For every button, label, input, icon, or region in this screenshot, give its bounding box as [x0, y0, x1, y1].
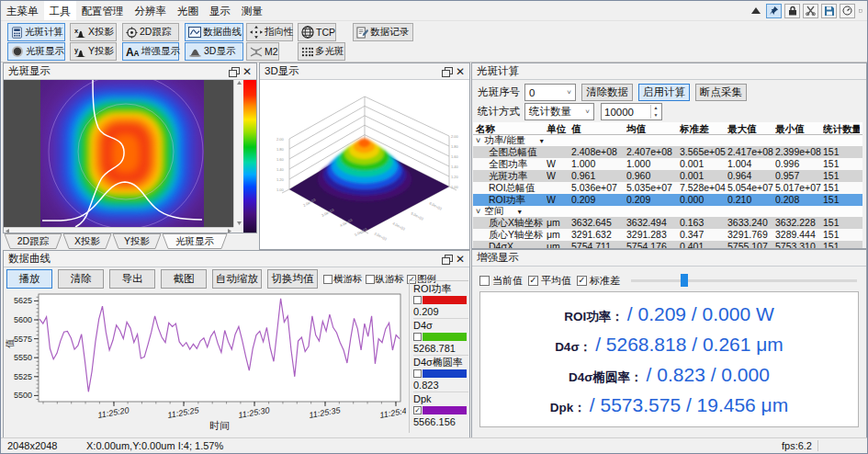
close-icon[interactable]: ✕ — [456, 255, 465, 264]
curve-button[interactable]: 截图 — [161, 269, 207, 289]
menu-item[interactable]: 测量 — [236, 1, 268, 20]
spot-index-label: 光斑序号 — [478, 85, 520, 99]
data-curve-chart[interactable]: 55005525555055755600562511:25:2011:25:25… — [4, 291, 406, 438]
status-bar: 2048x2048 X:0.00um,Y:0.00um I:4; 1.57% f… — [1, 437, 867, 453]
menu-item[interactable]: 分辨率 — [130, 1, 173, 20]
svg-text:5575: 5575 — [14, 335, 32, 344]
clear-data-button[interactable]: 清除数据 — [581, 84, 633, 101]
curve-button[interactable]: 播放 — [6, 269, 52, 289]
curve-button[interactable]: 切换均值 — [267, 269, 318, 289]
pin-icon[interactable] — [766, 4, 782, 18]
stat-mode-select[interactable]: 统计数量˅ — [524, 103, 594, 120]
float-icon[interactable] — [442, 67, 451, 75]
svg-text:4.0e+03: 4.0e+03 — [392, 221, 407, 232]
calc-panel-title: 光斑计算 — [477, 63, 519, 79]
toolbar-button[interactable]: xX投影 — [70, 23, 117, 41]
font-enhance-icon: AA — [126, 46, 140, 57]
beam-overlay — [40, 80, 204, 227]
beam-horizontal-scrollbar[interactable] — [4, 227, 233, 233]
legend-item[interactable]: D4σ椭圆率0.823 — [413, 357, 468, 392]
svg-text:11:25:25: 11:25:25 — [167, 405, 201, 420]
table-row[interactable]: 质心X轴坐标μm3632.6453632.4940.1633633.240363… — [473, 217, 862, 229]
spot-index-select[interactable]: 0˅ — [524, 84, 576, 101]
svg-text:光斑显示: 光斑显示 — [175, 235, 215, 246]
window-controls — [748, 1, 867, 20]
menu-item[interactable]: 显示 — [204, 1, 236, 20]
table-group-row[interactable]: ˅功率/能量▼ — [473, 135, 862, 146]
menu-item[interactable]: 主菜单 — [1, 1, 44, 20]
lock-icon[interactable] — [784, 4, 800, 18]
table-row[interactable]: 全图总幅值2.408e+082.407e+083.565e+052.417e+0… — [473, 146, 862, 158]
table-group-row[interactable]: ˅空间▼ — [473, 206, 862, 217]
track-2d-icon — [126, 27, 138, 39]
toolbar-button[interactable]: 数据记录 — [353, 23, 413, 41]
close-icon[interactable]: ✕ — [242, 67, 252, 76]
gauge-icon[interactable] — [840, 4, 855, 18]
enhance-size-slider[interactable] — [631, 274, 857, 287]
curve-button[interactable]: 导出 — [109, 269, 155, 289]
toolbar-button[interactable]: 光斑显示 — [7, 42, 65, 61]
svg-text:5500: 5500 — [14, 391, 32, 400]
toolbar-button[interactable]: TCP — [298, 23, 336, 41]
toolbar-button[interactable]: 2D跟踪 — [122, 23, 179, 41]
float-icon[interactable] — [229, 67, 238, 75]
menu-item[interactable]: 光圈 — [172, 1, 204, 20]
save-icon[interactable] — [821, 4, 837, 18]
legend-item[interactable]: Dpk✓5566.156 — [413, 393, 468, 428]
curve-panel-title: 数据曲线 — [8, 251, 51, 267]
toolbar-button[interactable]: 3D显示 — [185, 42, 243, 61]
toolbar-button[interactable]: yY投影 — [70, 42, 117, 61]
enhance-checkbox-标准差[interactable]: ✓标准差 — [577, 274, 620, 288]
more-icon[interactable] — [858, 4, 863, 18]
enhance-values-box: ROI功率：/ 0.209 / 0.000 WD4σ：/ 5268.818 / … — [479, 291, 859, 427]
beam-2d-image — [40, 80, 204, 227]
scissors-icon[interactable] — [803, 4, 818, 18]
table-row[interactable]: 光斑功率W0.9610.9600.0010.9640.957151 — [473, 170, 862, 182]
enable-calc-button[interactable]: 启用计算 — [638, 84, 690, 101]
enhance-checkbox-平均值[interactable]: ✓平均值 — [528, 274, 571, 288]
toolbar-button[interactable]: 指向性 — [246, 23, 293, 41]
svg-text:3.0e+03: 3.0e+03 — [374, 231, 389, 242]
results-table[interactable]: 名称单位值均值标准差最大值最小值统计数量˅功率/能量▼全图总幅值2.408e+0… — [473, 122, 862, 248]
beam-image-view[interactable] — [4, 80, 233, 227]
curve-button[interactable]: 清除 — [58, 269, 104, 289]
menu-item[interactable]: 配置管理 — [76, 1, 130, 20]
data-curve-icon — [188, 27, 201, 38]
close-icon[interactable]: ✕ — [456, 67, 465, 76]
curve-button[interactable]: 自动缩放 — [212, 269, 262, 289]
float-icon[interactable] — [442, 255, 451, 263]
chart-legend: ROI功率0.209D4σ5268.781D4σ椭圆率0.823Dpk✓5566… — [409, 280, 468, 433]
spot-calc-panel: 光斑计算 光斑序号 0˅ 清除数据 启用计算 断点采集 统计方式 统计数量˅ 1… — [471, 62, 867, 249]
application-window: 主菜单工具配置管理分辨率光圈显示测量 光斑计算xX投影2D跟踪数据曲线指向性TC… — [0, 0, 868, 454]
beam-waist-icon — [250, 47, 263, 57]
surface-panel-title: 3D显示 — [265, 63, 299, 79]
curve-checkbox-纵游标[interactable]: 纵游标 — [366, 273, 405, 286]
beam-vertical-scrollbar[interactable] — [233, 80, 243, 227]
toolbar-button[interactable]: M2 — [246, 42, 279, 61]
toolbar-button[interactable]: AA增强显示 — [122, 42, 179, 61]
table-row[interactable]: 全图功率W1.0001.0000.0011.0040.996151 — [473, 158, 862, 170]
collapse-icon[interactable] — [748, 4, 763, 18]
surface-3d-view[interactable]: 1.001.201.401.601.802.00 1.001.201.401.6… — [260, 80, 469, 249]
svg-text:时间: 时间 — [209, 420, 230, 431]
toolbar-button[interactable]: 多光斑 — [298, 42, 345, 61]
stat-count-spinner[interactable]: 10000▲▼ — [601, 103, 662, 120]
toolbar-button[interactable]: 光斑计算 — [7, 23, 65, 41]
beam-display-panel: 光斑显示 ✕ — [3, 62, 257, 233]
menu-item[interactable]: 工具 — [44, 1, 76, 20]
curve-checkbox-横游标[interactable]: 横游标 — [323, 273, 363, 286]
enhance-checkbox-当前值[interactable]: 当前值 — [479, 274, 523, 288]
data-curve-panel: 数据曲线 ✕ 播放清除导出截图自动缩放切换均值横游标纵游标✓图例 5500552… — [3, 250, 470, 438]
enhance-value-row: Dpk：/ 5573.575 / 19.456 μm — [480, 390, 858, 420]
svg-text:1.40: 1.40 — [276, 167, 285, 172]
table-row[interactable]: 质心Y轴坐标μm3291.6323291.2830.3473291.769328… — [473, 229, 862, 241]
legend-item[interactable]: ROI功率0.209 — [413, 283, 468, 319]
legend-item[interactable]: D4σ5268.781 — [413, 320, 468, 356]
table-row[interactable]: D4σXμm5754.7115754.1760.4015755.1075753.… — [473, 241, 862, 248]
breakpoint-button[interactable]: 断点采集 — [695, 84, 747, 101]
y-profile-curve — [75, 80, 124, 227]
svg-text:2D跟踪: 2D跟踪 — [17, 235, 50, 246]
toolbar-button[interactable]: 数据曲线 — [185, 23, 243, 41]
svg-text:A: A — [133, 49, 139, 57]
table-row[interactable]: ROI总幅值5.036e+075.035e+077.528e+045.054e+… — [473, 182, 862, 194]
